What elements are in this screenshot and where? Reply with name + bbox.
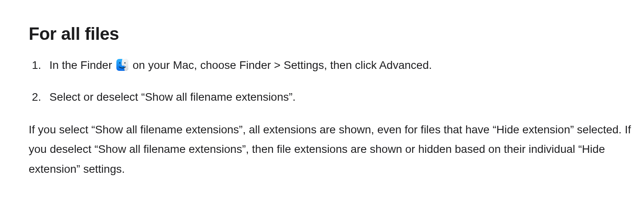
section-heading: For all files (29, 24, 644, 44)
step-item: In the Finder on your Mac, choose Finder… (32, 57, 644, 74)
step-text-pre: In the Finder (49, 59, 115, 71)
step-item: Select or deselect “Show all filename ex… (32, 89, 644, 105)
steps-list: In the Finder on your Mac, choose Finder… (29, 57, 644, 105)
svg-point-1 (119, 62, 120, 63)
explanation-paragraph: If you select “Show all filename extensi… (29, 120, 644, 179)
svg-point-2 (124, 62, 126, 63)
step-text-post: on your Mac, choose Finder > Settings, t… (130, 59, 432, 71)
step-text-pre: Select or deselect “Show all filename ex… (49, 91, 296, 103)
finder-icon (116, 59, 129, 71)
